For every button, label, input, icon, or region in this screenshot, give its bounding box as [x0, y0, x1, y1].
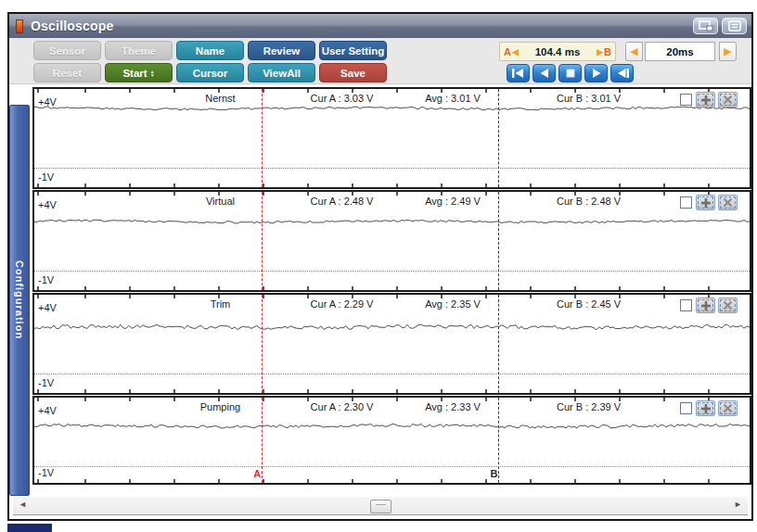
- menu-icon: [728, 20, 741, 32]
- playback-controls: [507, 64, 634, 82]
- channel-name: Virtual: [206, 196, 235, 207]
- channel-visibility-checkbox[interactable]: [680, 94, 692, 106]
- step-back-button[interactable]: [532, 64, 556, 82]
- channel-move-button[interactable]: [696, 400, 715, 416]
- review-button[interactable]: Review: [248, 41, 315, 60]
- toolbar: Sensor Theme Name Review User Setting Re…: [9, 38, 751, 84]
- plus-icon: [700, 197, 712, 209]
- cursor-b-right-arrow-icon[interactable]: ▶: [596, 47, 604, 57]
- channel-panel-nernst: +4V Nernst Cur A : 3.03 V Avg : 3.01 V C…: [32, 87, 751, 189]
- skip-to-end-button[interactable]: [610, 64, 634, 82]
- cursor-a-value: Cur A : 2.29 V: [311, 298, 374, 310]
- plus-icon: [700, 300, 712, 311]
- app-icon: [16, 19, 23, 33]
- theme-button[interactable]: Theme: [105, 41, 173, 60]
- cursor-b-line[interactable]: [498, 89, 499, 187]
- horizontal-scrollbar[interactable]: ◄ ►: [13, 497, 748, 515]
- stop-icon: [562, 68, 579, 79]
- channel-close-button[interactable]: [718, 92, 738, 108]
- scroll-left-arrow-icon[interactable]: ◄: [19, 500, 27, 509]
- ruler-ticks-bottom: [34, 184, 750, 187]
- save-button[interactable]: Save: [319, 63, 387, 82]
- cursor-b-readout-label: B: [604, 46, 611, 57]
- vmin-label: -1V: [38, 377, 54, 388]
- user-setting-button[interactable]: User Setting: [319, 41, 387, 60]
- ruler-ticks-bottom: [34, 389, 750, 393]
- cursor-b-value: Cur B : 2.45 V: [557, 298, 621, 310]
- channel-close-button[interactable]: [718, 298, 738, 313]
- zero-gridline: [34, 168, 750, 169]
- name-button[interactable]: Name: [176, 41, 244, 60]
- button-row-1: Sensor Theme Name Review User Setting: [33, 41, 387, 60]
- button-grid: Sensor Theme Name Review User Setting Re…: [33, 41, 387, 85]
- timebase-increase-button[interactable]: ▶: [719, 42, 737, 61]
- channel-visibility-checkbox[interactable]: [680, 299, 692, 311]
- cursor-a-tag[interactable]: A: [253, 468, 261, 479]
- channel-header: +4V Nernst Cur A : 3.03 V Avg : 3.01 V C…: [34, 93, 750, 106]
- plus-icon: [700, 403, 712, 414]
- stop-button[interactable]: [558, 64, 582, 82]
- skip-end-icon: [614, 68, 631, 79]
- timebase-decrease-button[interactable]: ◀: [625, 42, 643, 61]
- channel-panel-pumping: +4V Pumping Cur A : 2.30 V Avg : 2.33 V …: [32, 396, 751, 485]
- vmax-label: +4V: [38, 199, 57, 210]
- skip-to-start-button[interactable]: [507, 64, 530, 82]
- play-button[interactable]: [584, 64, 608, 82]
- window-menu-button[interactable]: [722, 18, 747, 34]
- window-display-button[interactable]: [693, 18, 718, 34]
- cursor-b-line[interactable]: [498, 398, 499, 483]
- plus-icon: [700, 95, 712, 106]
- channel-move-button[interactable]: [696, 195, 715, 210]
- cursor-a-left-arrow-icon[interactable]: ◀: [511, 47, 520, 57]
- close-icon: [723, 197, 733, 208]
- viewall-button[interactable]: ViewAll: [248, 63, 315, 82]
- window-title: Oscilloscope: [31, 19, 114, 33]
- timebase-stepper: ◀ 20ms ▶: [625, 42, 737, 61]
- channel-visibility-checkbox[interactable]: [680, 196, 692, 209]
- channel-close-button[interactable]: [718, 195, 738, 210]
- configuration-tab[interactable]: Configuration: [9, 105, 30, 496]
- sensor-button[interactable]: Sensor: [33, 41, 101, 60]
- skip-start-icon: [510, 68, 527, 79]
- ruler-ticks-bottom: [34, 286, 750, 290]
- cursor-a-value: Cur A : 2.48 V: [311, 196, 374, 207]
- cursor-button[interactable]: Cursor: [176, 63, 244, 82]
- cursor-b-line[interactable]: [498, 192, 499, 290]
- channel-header: +4V Virtual Cur A : 2.48 V Avg : 2.49 V …: [34, 196, 750, 209]
- channel-move-button[interactable]: [696, 92, 715, 108]
- cursor-a-line[interactable]: [262, 398, 263, 483]
- channel-header: +4V Trim Cur A : 2.29 V Avg : 2.35 V Cur…: [34, 298, 750, 311]
- cursor-a-line[interactable]: [262, 295, 263, 393]
- close-icon: [723, 403, 733, 413]
- avg-value: Avg : 2.33 V: [425, 401, 481, 412]
- channel-close-button[interactable]: [718, 400, 738, 416]
- configuration-tab-label: Configuration: [14, 260, 25, 339]
- ab-time-readout: A ◀ 104.4 ms ▶ B: [499, 42, 616, 61]
- channel-name: Trim: [211, 298, 231, 310]
- cursor-b-value: Cur B : 3.01 V: [557, 93, 621, 104]
- channel-visibility-checkbox[interactable]: [680, 402, 692, 414]
- channel-panel-trim: +4V Trim Cur A : 2.29 V Avg : 2.35 V Cur…: [32, 293, 751, 395]
- zero-gridline: [34, 466, 750, 467]
- ruler-ticks-bottom: [34, 479, 750, 483]
- scroll-right-arrow-icon[interactable]: ►: [734, 500, 742, 509]
- close-icon: [723, 300, 733, 310]
- scrollbar-track[interactable]: [33, 499, 727, 513]
- cursor-a-line[interactable]: [262, 89, 263, 187]
- vmin-label: -1V: [38, 171, 54, 183]
- step-back-icon: [536, 68, 553, 79]
- channel-move-button[interactable]: [696, 298, 715, 313]
- vmax-label: +4V: [38, 302, 57, 313]
- taskbar-fragment: [7, 524, 52, 532]
- zero-gridline: [34, 374, 750, 374]
- reset-button[interactable]: Reset: [33, 63, 101, 82]
- start-button[interactable]: Start ▲▼: [105, 63, 173, 82]
- avg-value: Avg : 2.35 V: [425, 298, 481, 310]
- spinner-arrows-icon: ▲▼: [150, 70, 155, 77]
- cursor-a-line[interactable]: [262, 192, 263, 290]
- cursor-b-line[interactable]: [498, 295, 499, 393]
- scrollbar-thumb[interactable]: [370, 500, 391, 513]
- oscilloscope-window: Oscilloscope Sensor Th: [7, 12, 753, 521]
- timebase-value: 20ms: [645, 42, 715, 61]
- cursor-b-tag[interactable]: B: [490, 468, 497, 479]
